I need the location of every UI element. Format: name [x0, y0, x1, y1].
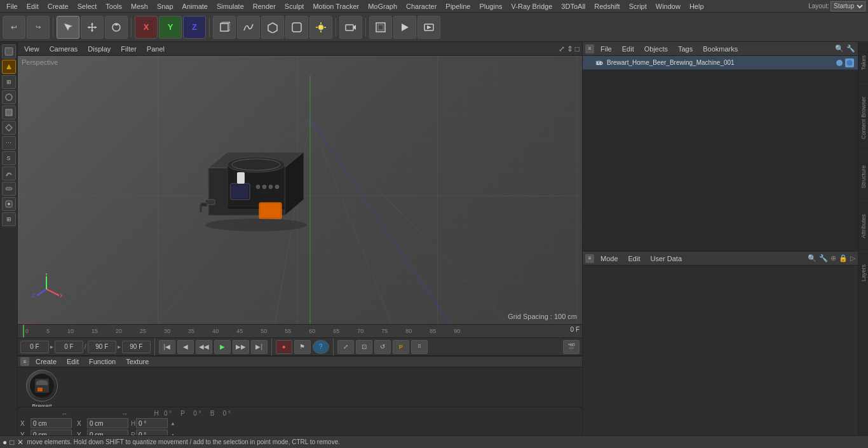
menu-item-simulate[interactable]: Simulate: [213, 1, 248, 11]
menu-item-edit[interactable]: Edit: [23, 1, 43, 11]
tool-move[interactable]: [2, 44, 16, 58]
menu-item-file[interactable]: File: [3, 1, 22, 11]
menu-item-window[interactable]: Window: [652, 1, 684, 11]
material-create[interactable]: Create: [32, 356, 60, 367]
tab-layers[interactable]: Layers: [859, 251, 868, 294]
menu-item-create[interactable]: Create: [44, 1, 72, 11]
menu-item-redshift[interactable]: Redshift: [590, 1, 623, 11]
material-function[interactable]: Function: [85, 356, 119, 367]
om-search-icon[interactable]: 🔍: [835, 44, 844, 53]
light-button[interactable]: [309, 16, 332, 39]
attr-search-icon[interactable]: 🔍: [808, 254, 817, 262]
om-edit[interactable]: Edit: [618, 44, 638, 54]
om-empty-area[interactable]: [583, 70, 858, 241]
coord-x-rot[interactable]: [87, 418, 128, 428]
tool-poly[interactable]: [2, 90, 16, 104]
z-axis-button[interactable]: Z: [183, 16, 206, 39]
render-frame-button[interactable]: 🎬: [563, 340, 580, 354]
deformer-button[interactable]: [285, 16, 308, 39]
frame-start-input[interactable]: [20, 341, 49, 353]
menu-item-render[interactable]: Render: [249, 1, 280, 11]
tool-snap2[interactable]: [2, 197, 16, 211]
coord-h-val[interactable]: [136, 418, 168, 428]
undo-button[interactable]: ↩: [3, 16, 25, 39]
tool-bevel[interactable]: [2, 121, 16, 135]
menu-item-script[interactable]: Script: [625, 1, 651, 11]
attr-icon3[interactable]: ▷: [850, 254, 855, 262]
menu-item-tools[interactable]: Tools: [102, 1, 126, 11]
menu-item-help[interactable]: Help: [686, 1, 708, 11]
vp-menu-filter[interactable]: Filter: [117, 44, 140, 54]
frame-end-input[interactable]: [88, 341, 116, 353]
menu-item-character[interactable]: Character: [402, 1, 440, 11]
menu-item-animate[interactable]: Animate: [179, 1, 212, 11]
frame-start-arrow[interactable]: ▸: [50, 343, 53, 350]
viewport[interactable]: View Cameras Display Filter Panel ⤢ ⇕ □ …: [18, 42, 582, 324]
status-icon-close[interactable]: ✕: [17, 438, 24, 447]
coord-h-arr[interactable]: ▲: [170, 421, 175, 426]
om-content[interactable]: LO Brewart_Home_Beer_Brewing_Machine_001: [583, 56, 858, 251]
rotate-button[interactable]: [105, 16, 128, 39]
status-icon-square[interactable]: □: [10, 438, 14, 447]
select-model-button[interactable]: [57, 16, 79, 39]
menu-item-motion-tracker[interactable]: Motion Tracker: [309, 1, 363, 11]
vp-menu-cameras[interactable]: Cameras: [46, 44, 82, 54]
cube-button[interactable]: [213, 16, 236, 39]
om-file[interactable]: File: [597, 44, 616, 54]
attr-user-data[interactable]: User Data: [647, 254, 686, 264]
redo-button[interactable]: ↪: [27, 16, 50, 39]
frame-end-arrow[interactable]: ▸: [118, 343, 121, 350]
move-button[interactable]: [81, 16, 104, 39]
tab-takes[interactable]: Takes: [859, 42, 868, 83]
menu-item-select[interactable]: Select: [74, 1, 101, 11]
tool-scale[interactable]: ⊞: [2, 75, 16, 89]
rotate-tool-button[interactable]: ↺: [374, 340, 391, 354]
attr-edit[interactable]: Edit: [625, 254, 644, 264]
material-swatch-container[interactable]: Brewart: [23, 370, 61, 409]
prev-frame-button[interactable]: ◀: [177, 340, 194, 354]
menu-item-sculpt[interactable]: Sculpt: [281, 1, 308, 11]
attr-settings-icon[interactable]: 🔧: [819, 254, 828, 262]
om-objects[interactable]: Objects: [641, 44, 672, 54]
render-button[interactable]: [393, 16, 416, 39]
menu-item-plugins[interactable]: Plugins: [475, 1, 506, 11]
material-edit[interactable]: Edit: [63, 356, 83, 367]
object-tag[interactable]: [845, 58, 854, 67]
frame-end2-input[interactable]: [122, 341, 151, 353]
frame-current-input[interactable]: [55, 341, 83, 353]
x-axis-button[interactable]: X: [135, 16, 158, 39]
vp-icon-lock[interactable]: ⇕: [567, 44, 573, 53]
record-button[interactable]: ●: [276, 340, 292, 354]
goto-end-button[interactable]: ▶|: [251, 340, 268, 354]
prs-button[interactable]: P: [393, 340, 409, 354]
tab-attributes[interactable]: Attributes: [859, 201, 868, 251]
goto-start-button[interactable]: |◀: [159, 340, 175, 354]
tool-sculpt2[interactable]: [2, 166, 16, 180]
menu-item-mograph[interactable]: MoGraph: [364, 1, 401, 11]
om-bookmarks[interactable]: Bookmarks: [699, 44, 742, 54]
object-row-brewart[interactable]: LO Brewart_Home_Beer_Brewing_Machine_001: [583, 56, 858, 70]
material-swatch[interactable]: [26, 370, 58, 402]
attr-mode[interactable]: Mode: [597, 254, 622, 264]
vp-icon-move[interactable]: ⤢: [559, 44, 565, 53]
play-button[interactable]: ▶: [214, 340, 231, 354]
coord-x-pos[interactable]: [31, 418, 72, 428]
vp-menu-display[interactable]: Display: [84, 44, 114, 54]
viewport-canvas[interactable]: X Z Y: [18, 56, 582, 324]
tool-rotate[interactable]: [2, 60, 16, 74]
om-settings-icon[interactable]: 🔧: [846, 44, 855, 53]
layout-select[interactable]: Startup: [831, 1, 865, 11]
vp-icon-maximize[interactable]: □: [575, 44, 580, 53]
tool-extrude[interactable]: [2, 105, 16, 119]
tab-structure[interactable]: Structure: [859, 152, 868, 201]
y-axis-button[interactable]: Y: [159, 16, 182, 39]
tool-brush[interactable]: ⋯: [2, 136, 16, 150]
render-to-picture-button[interactable]: [417, 16, 440, 39]
help-button[interactable]: ?: [313, 340, 329, 354]
next-frame-button[interactable]: ▶▶: [233, 340, 249, 354]
menu-item-vray[interactable]: V-Ray Bridge: [508, 1, 557, 11]
move-tool-button[interactable]: ⤢: [337, 340, 354, 354]
menu-item-pipeline[interactable]: Pipeline: [442, 1, 474, 11]
keyframe-button[interactable]: ⚑: [294, 340, 311, 354]
tab-content-browser[interactable]: Content Browser: [859, 83, 868, 152]
